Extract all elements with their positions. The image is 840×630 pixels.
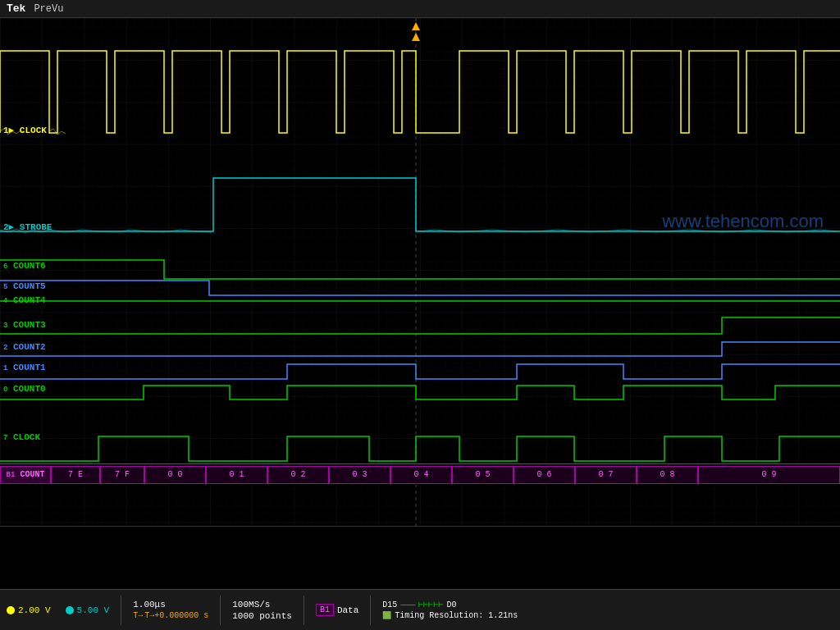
bus-val-03: 0 3 [329,466,390,484]
svg-rect-0 [0,18,840,526]
bus-val-04: 0 4 [390,466,452,484]
ch1-number: 1▶ [3,126,14,135]
divider-3 [304,596,304,625]
d3-label: 3 COUNT3 [3,320,46,330]
divider-2 [220,596,221,625]
watermark: www.tehencom.com [662,211,824,232]
bus-val-01: 0 1 [206,466,267,484]
bus-val-05: 0 5 [452,466,514,484]
menu-prevu[interactable]: PreVu [34,3,63,15]
ch1-label: 1▶ 1> CLOCK CLOCK [3,125,47,135]
brand-label: Tek [7,2,25,15]
bus-val-02: 0 2 [267,466,329,484]
bus-val-06: 0 6 [514,466,575,484]
decode-d0: D0 [446,600,456,609]
timebase-group: 1.00μs T→ T→+0.000000 s [133,600,208,620]
sample-rate: 100MS/s [232,600,292,609]
trigger-arrow-icon: T→ [133,611,143,620]
bus-id: B1 [7,471,16,479]
decode-d15: D15 [382,600,397,609]
ch2-number: 2▶ [3,222,14,232]
svg-rect-1 [0,18,840,526]
bus-name: COUNT [20,470,44,479]
decode-info: D15 ——— ⊢⊢⊢⊢⊢ D0 🟩 Timing Resolution: 1.… [382,600,518,620]
decode-ticks-icon: ⊢⊢⊢⊢⊢ [418,600,443,609]
ch2-voltage: 5.00 V [77,605,110,615]
svg-marker-3 [412,22,420,30]
bus-bar: B1 COUNT 7 E 7 F 0 0 0 1 0 2 0 3 0 4 0 5… [0,463,840,485]
bus-data-type: Data [337,605,358,615]
divider-4 [370,596,371,625]
d5-label: 5 COUNT5 [3,281,46,291]
divider-1 [121,596,121,625]
d7-label: 7 CLOCK [3,432,40,442]
ch1-status: 2.00 V [7,605,51,615]
d4-label: 4 COUNT4 [3,295,46,305]
bus-val-08: 0 8 [637,466,698,484]
trigger-time: T→+0.000000 s [144,611,208,620]
bus-status-label: B1 [316,604,334,616]
bus-val-7f: 7 F [100,466,144,484]
timing-res-icon: 🟩 [382,611,391,620]
d1-label: 1 COUNT1 [3,363,46,372]
bus-status-group: B1 Data [316,604,358,616]
ch2-status: 5.00 V [66,605,110,615]
bus-val-07: 0 7 [575,466,637,484]
ch2-label: 2▶ STROBE [3,221,52,232]
ch2-indicator [66,606,74,614]
bus-val-7e: 7 E [51,466,100,484]
timing-resolution: Timing Resolution: 1.21ns [395,611,518,620]
decode-line-icon: ——— [400,600,415,609]
d2-label: 2 COUNT2 [3,342,46,352]
record-length: 1000 points [232,611,292,621]
grid-overlay [0,18,840,526]
ch1-voltage: 2.00 V [18,605,51,615]
bus-label: B1 COUNT [0,466,51,484]
svg-marker-4 [412,33,420,41]
bus-val-09: 0 9 [698,466,840,484]
d0-label: 0 COUNT0 [3,384,46,394]
top-bar: Tek PreVu [0,0,840,18]
bus-val-00: 0 0 [144,466,206,484]
samplerate-group: 100MS/s 1000 points [232,600,292,621]
status-bar: 2.00 V 5.00 V 1.00μs T→ T→+0.000000 s 10… [0,589,840,630]
scope-area: 1▶ 1> CLOCK CLOCK 2▶ STROBE 6 COUNT6 5 C… [0,18,840,527]
timebase-value: 1.00μs [133,600,166,609]
ch1-indicator [7,606,15,614]
d6-label: 6 COUNT6 [3,261,46,271]
